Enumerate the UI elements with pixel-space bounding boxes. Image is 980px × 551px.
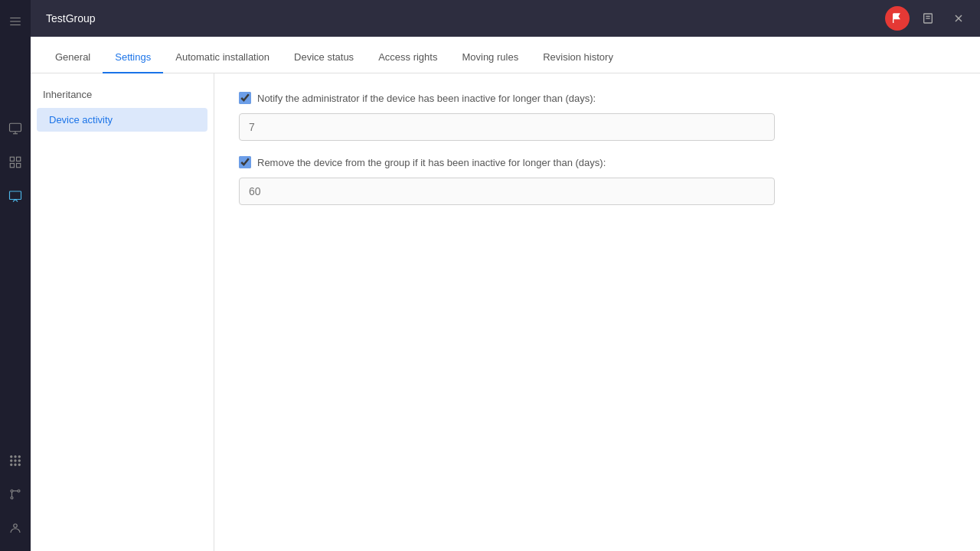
tab-automatic-installation[interactable]: Automatic installation bbox=[163, 42, 282, 73]
topbar-title: TestGroup bbox=[46, 12, 96, 24]
device-activity-item[interactable]: Device activity bbox=[37, 108, 207, 132]
notify-input[interactable] bbox=[239, 113, 775, 141]
sidebar bbox=[0, 0, 31, 551]
tab-device-status[interactable]: Device status bbox=[282, 42, 366, 73]
svg-point-16 bbox=[18, 460, 20, 461]
hamburger-button[interactable] bbox=[0, 6, 31, 37]
sidebar-icon-grid[interactable] bbox=[0, 147, 31, 178]
svg-point-21 bbox=[18, 490, 20, 492]
content-area: Inheritance Device activity Notify the a… bbox=[31, 73, 980, 551]
remove-row: Remove the device from the group if it h… bbox=[239, 156, 956, 168]
sidebar-icon-grid2[interactable] bbox=[0, 445, 31, 476]
tab-moving-rules[interactable]: Moving rules bbox=[449, 42, 531, 73]
remove-input[interactable] bbox=[239, 178, 775, 205]
bookmark-button[interactable] bbox=[916, 6, 940, 31]
sidebar-bottom bbox=[0, 444, 31, 545]
svg-point-15 bbox=[15, 460, 16, 461]
inheritance-section[interactable]: Inheritance bbox=[31, 83, 214, 106]
sidebar-icon-monitor[interactable] bbox=[0, 113, 31, 144]
tab-general[interactable]: General bbox=[43, 42, 103, 73]
notify-checkbox[interactable] bbox=[239, 92, 251, 104]
main-content: TestGroup Gene bbox=[31, 0, 980, 551]
remove-label: Remove the device from the group if it h… bbox=[257, 157, 606, 168]
svg-point-12 bbox=[15, 456, 16, 458]
remove-checkbox[interactable] bbox=[239, 156, 251, 168]
svg-rect-7 bbox=[17, 157, 21, 161]
sidebar-icon-branch[interactable] bbox=[0, 479, 31, 510]
svg-point-14 bbox=[11, 460, 12, 461]
notify-label: Notify the administrator if the device h… bbox=[257, 93, 596, 104]
topbar-actions bbox=[885, 6, 971, 31]
svg-rect-6 bbox=[10, 157, 14, 161]
svg-point-22 bbox=[11, 497, 13, 499]
svg-point-13 bbox=[18, 456, 20, 458]
notify-row: Notify the administrator if the device h… bbox=[239, 92, 956, 104]
flag-button[interactable] bbox=[885, 6, 910, 31]
right-panel: Notify the administrator if the device h… bbox=[214, 73, 980, 551]
svg-point-19 bbox=[18, 464, 20, 465]
tab-revision-history[interactable]: Revision history bbox=[531, 42, 626, 73]
svg-point-25 bbox=[14, 524, 18, 528]
svg-rect-9 bbox=[17, 164, 21, 168]
tab-access-rights[interactable]: Access rights bbox=[366, 42, 449, 73]
svg-point-11 bbox=[11, 456, 12, 458]
svg-rect-3 bbox=[10, 123, 21, 132]
tabbar: General Settings Automatic installation … bbox=[31, 37, 980, 73]
svg-rect-8 bbox=[10, 164, 14, 168]
left-panel: Inheritance Device activity bbox=[31, 73, 214, 551]
svg-point-18 bbox=[15, 464, 16, 465]
topbar: TestGroup bbox=[31, 0, 980, 37]
svg-point-17 bbox=[11, 464, 12, 465]
svg-point-20 bbox=[11, 490, 13, 492]
svg-rect-10 bbox=[10, 191, 21, 200]
close-button[interactable] bbox=[946, 6, 971, 31]
sidebar-icon-screen[interactable] bbox=[0, 181, 31, 211]
tab-settings[interactable]: Settings bbox=[103, 42, 163, 73]
sidebar-icon-person[interactable] bbox=[0, 513, 31, 543]
